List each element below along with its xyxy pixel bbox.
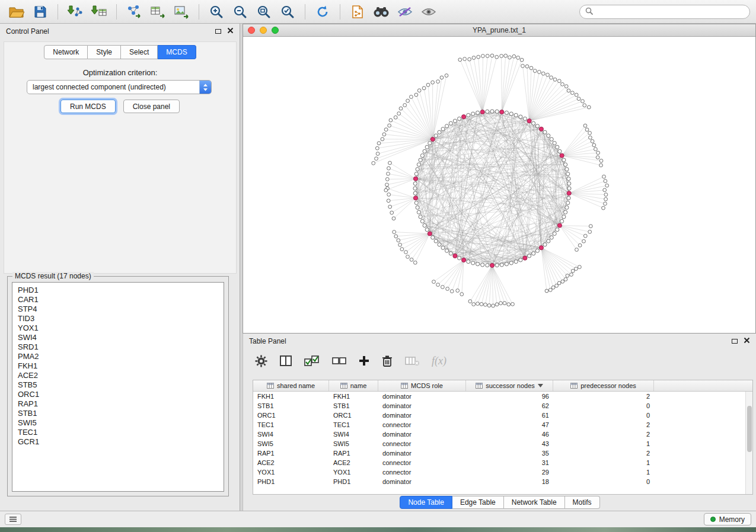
leaf-node[interactable] — [581, 100, 585, 103]
leaf-node[interactable] — [564, 85, 568, 88]
leaf-node[interactable] — [477, 55, 480, 59]
ring-node[interactable] — [505, 262, 508, 266]
leaf-node[interactable] — [596, 156, 599, 159]
result-node-item[interactable]: STB1 — [12, 409, 224, 418]
result-node-item[interactable]: SRD1 — [12, 342, 224, 352]
ring-node[interactable] — [495, 264, 499, 267]
mcds-hub-node[interactable] — [462, 115, 466, 119]
tab-node-table[interactable]: Node Table — [400, 496, 452, 509]
leaf-node[interactable] — [499, 302, 503, 305]
leaf-node[interactable] — [495, 55, 499, 59]
ring-node[interactable] — [523, 117, 527, 120]
leaf-node[interactable] — [557, 281, 561, 285]
leaf-node[interactable] — [529, 66, 533, 70]
leaf-node[interactable] — [604, 197, 608, 201]
ring-node[interactable] — [417, 210, 420, 214]
ring-node[interactable] — [425, 145, 429, 149]
leaf-node[interactable] — [589, 225, 592, 228]
ring-node[interactable] — [416, 168, 419, 171]
hide-graphics-icon[interactable] — [394, 2, 416, 21]
mcds-hub-node[interactable] — [539, 246, 543, 250]
table-scrollbar[interactable] — [745, 392, 752, 494]
mcds-hub-node[interactable] — [527, 119, 531, 123]
ring-node[interactable] — [434, 134, 438, 137]
leaf-node[interactable] — [511, 303, 515, 306]
leaf-node[interactable] — [521, 64, 525, 68]
leaf-node[interactable] — [413, 261, 417, 264]
mcds-hub-node[interactable] — [557, 223, 562, 227]
leaf-node[interactable] — [384, 188, 388, 192]
ring-node[interactable] — [449, 252, 452, 255]
export-network-icon[interactable] — [123, 2, 145, 21]
leaf-node[interactable] — [500, 55, 503, 58]
leaf-node[interactable] — [604, 193, 608, 197]
leaf-node[interactable] — [566, 274, 569, 278]
ring-node[interactable] — [423, 149, 426, 153]
leaf-node[interactable] — [387, 193, 391, 197]
ring-node[interactable] — [567, 196, 570, 200]
result-node-item[interactable]: SWI5 — [12, 418, 224, 428]
ring-node[interactable] — [514, 113, 518, 117]
table-row[interactable]: RAP1RAP1dominator352 — [253, 448, 752, 458]
float-panel-icon[interactable] — [215, 29, 221, 34]
ring-node[interactable] — [514, 260, 518, 264]
refresh-icon[interactable] — [312, 2, 333, 21]
leaf-node[interactable] — [553, 78, 557, 81]
ring-node[interactable] — [481, 263, 484, 267]
ring-node[interactable] — [486, 110, 489, 113]
ring-node[interactable] — [564, 163, 567, 166]
ring-node[interactable] — [441, 246, 445, 249]
leaf-node[interactable] — [397, 239, 400, 242]
mcds-hub-node[interactable] — [462, 258, 466, 262]
close-panel-icon[interactable] — [227, 27, 234, 36]
search-box[interactable] — [579, 5, 750, 19]
table-settings-gear-icon[interactable] — [255, 355, 267, 367]
leaf-node[interactable] — [541, 72, 545, 75]
tab-style[interactable]: Style — [88, 45, 121, 59]
leaf-node[interactable] — [578, 265, 582, 269]
table-row[interactable]: YOX1YOX1connector291 — [253, 467, 752, 477]
leaf-node[interactable] — [387, 166, 391, 170]
show-graphics-icon[interactable] — [418, 2, 439, 21]
leaf-node[interactable] — [468, 300, 472, 303]
ring-node[interactable] — [535, 124, 539, 128]
ring-node[interactable] — [471, 261, 475, 265]
ring-node[interactable] — [453, 119, 457, 123]
column-header-shared-name[interactable]: shared name — [253, 380, 329, 391]
ring-node[interactable] — [509, 112, 513, 116]
leaf-node[interactable] — [406, 99, 410, 102]
add-column-icon[interactable] — [359, 355, 369, 366]
mcds-result-list[interactable]: PHD1CAR1STP4TID3YOX1SWI4SRD1PMA2FKH1ACE2… — [12, 282, 224, 492]
leaf-node[interactable] — [445, 74, 448, 78]
tab-network-table[interactable]: Network Table — [504, 496, 565, 509]
ring-node[interactable] — [417, 163, 420, 166]
leaf-node[interactable] — [603, 188, 607, 192]
ring-node[interactable] — [438, 243, 441, 246]
result-node-item[interactable]: TID3 — [12, 314, 224, 323]
ring-node[interactable] — [566, 172, 570, 176]
leaf-node[interactable] — [406, 255, 410, 259]
result-node-item[interactable]: CAR1 — [12, 295, 224, 305]
ring-node[interactable] — [532, 121, 535, 125]
leaf-node[interactable] — [487, 304, 491, 307]
mcds-hub-node[interactable] — [428, 232, 432, 236]
ring-node[interactable] — [562, 158, 566, 162]
ring-node[interactable] — [495, 110, 499, 113]
leaf-node[interactable] — [604, 202, 607, 206]
result-node-item[interactable]: PMA2 — [12, 352, 224, 361]
leaf-node[interactable] — [588, 230, 592, 233]
leaf-node[interactable] — [492, 304, 495, 307]
result-node-item[interactable]: PHD1 — [12, 286, 224, 295]
network-canvas[interactable] — [243, 37, 755, 333]
leaf-node[interactable] — [567, 89, 570, 92]
leaf-node[interactable] — [388, 124, 391, 127]
leaf-node[interactable] — [441, 286, 445, 289]
leaf-node[interactable] — [460, 293, 464, 296]
ring-node[interactable] — [560, 219, 564, 223]
leaf-node[interactable] — [414, 93, 418, 97]
network-window-titlebar[interactable]: YPA_prune.txt_1 — [243, 24, 755, 37]
table-row[interactable]: ORC1ORC1dominator610 — [253, 411, 752, 420]
ring-node[interactable] — [509, 261, 513, 265]
ring-node[interactable] — [467, 260, 470, 264]
mcds-hub-node[interactable] — [490, 263, 494, 267]
